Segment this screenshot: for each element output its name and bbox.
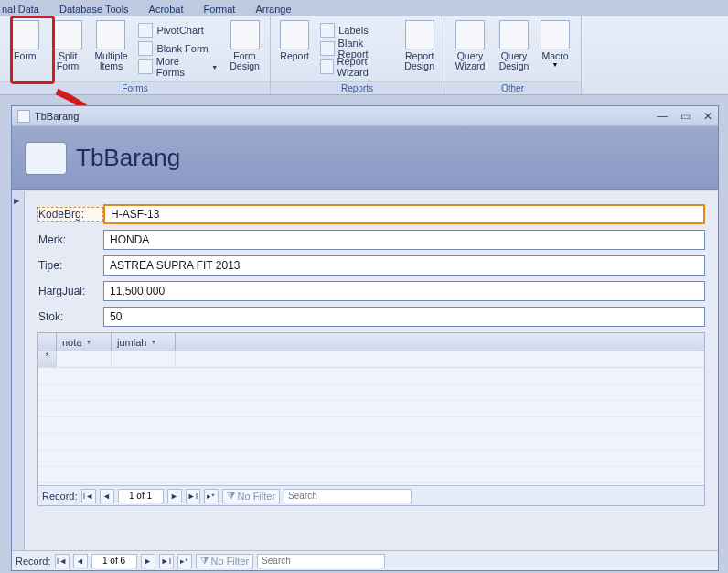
multiple-items-button[interactable]: Multiple Items	[89, 18, 133, 79]
nav-next-button[interactable]: ►	[141, 554, 155, 568]
input-merk[interactable]	[103, 230, 705, 250]
query-wizard-icon	[455, 20, 485, 49]
ribbon-group-forms: Form Split Form Multiple Items PivotChar…	[0, 16, 271, 94]
form-header-title: TbBarang	[76, 144, 180, 172]
row-selector[interactable]: *	[38, 351, 57, 367]
nav-first-button[interactable]: I◄	[81, 489, 96, 503]
nav-position[interactable]	[91, 554, 137, 568]
subform-record-nav: Record: I◄ ◄ ► ►I ▸* ⧩No Filter	[38, 485, 704, 505]
input-kodebrg[interactable]	[103, 204, 705, 224]
label-merk: Merk:	[37, 232, 103, 247]
nav-prev-button[interactable]: ◄	[100, 489, 114, 503]
form-button[interactable]: Form	[4, 18, 47, 79]
multiple-items-icon	[96, 20, 125, 49]
datasheet-body[interactable]: *	[38, 351, 704, 485]
nav-search[interactable]	[284, 489, 412, 503]
menu-database-tools[interactable]: Database Tools	[59, 4, 129, 15]
query-wizard-button[interactable]: Query Wizard	[448, 18, 492, 79]
report-wizard-button[interactable]: Report Wizard	[316, 58, 397, 76]
report-icon	[280, 20, 309, 49]
form-icon	[10, 20, 39, 49]
menu-format[interactable]: Format	[204, 4, 236, 15]
ribbon-group-label: Forms	[0, 81, 270, 94]
nav-search[interactable]	[257, 554, 385, 568]
query-design-icon	[499, 20, 529, 49]
label-tipe: Tipe:	[37, 258, 103, 273]
pivotchart-button[interactable]: PivotChart	[134, 21, 221, 39]
chevron-down-icon[interactable]: ▼	[85, 339, 91, 345]
field-merk: Merk:	[37, 230, 705, 250]
restore-button[interactable]: ▭	[680, 110, 691, 123]
ribbon-group-label: Reports	[271, 81, 444, 94]
ribbon-group-other: Query Wizard Query Design Macro▼ Other	[444, 16, 582, 94]
menu-external-data[interactable]: nal Data	[2, 4, 39, 15]
menu-acrobat[interactable]: Acrobat	[149, 4, 184, 15]
field-kodebrg: KodeBrg:	[37, 204, 705, 224]
nav-filter[interactable]: ⧩No Filter	[222, 489, 281, 503]
nav-new-button[interactable]: ▸*	[204, 489, 219, 503]
form-design-button[interactable]: Form Design	[223, 18, 266, 79]
nav-filter[interactable]: ⧩No Filter	[196, 554, 254, 568]
datasheet-header: nota▼ jumlah▼	[38, 333, 704, 351]
report-button[interactable]: Report	[274, 18, 315, 79]
report-design-button[interactable]: Report Design	[399, 18, 440, 79]
report-design-icon	[405, 20, 434, 49]
column-header-nota[interactable]: nota▼	[57, 333, 112, 351]
field-stok: Stok:	[37, 307, 705, 327]
select-all-cell[interactable]	[38, 333, 57, 351]
more-forms-button[interactable]: More Forms▼	[134, 58, 221, 76]
form-window: TbBarang — ▭ ✕ TbBarang ✥ KodeBrg: Merk:	[11, 105, 719, 571]
nav-first-button[interactable]: I◄	[55, 554, 70, 568]
field-hargjual: HargJual:	[37, 281, 705, 301]
record-selector[interactable]	[12, 191, 25, 550]
more-forms-icon	[138, 59, 152, 74]
field-tipe: Tipe:	[37, 255, 705, 276]
split-form-icon	[53, 20, 82, 49]
title-bar[interactable]: TbBarang — ▭ ✕	[12, 106, 718, 126]
tab-title: TbBarang	[35, 111, 657, 122]
nav-next-button[interactable]: ►	[167, 489, 182, 503]
subform-datasheet[interactable]: nota▼ jumlah▼ * Record: I◄ ◄	[37, 332, 705, 506]
form-fields: KodeBrg: Merk: Tipe: HargJual: Stok:	[25, 191, 718, 550]
menu-arrange[interactable]: Arrange	[255, 4, 291, 15]
nav-last-button[interactable]: ►I	[159, 554, 174, 568]
chevron-down-icon: ▼	[552, 61, 559, 68]
nav-prev-button[interactable]: ◄	[73, 554, 88, 568]
minimize-button[interactable]: —	[657, 110, 668, 123]
labels-icon	[320, 23, 335, 38]
cell-jumlah[interactable]	[112, 351, 176, 367]
label-hargjual: HargJual:	[37, 284, 103, 298]
nav-new-button[interactable]: ▸*	[177, 554, 192, 568]
form-header-icon	[25, 142, 67, 175]
split-form-button[interactable]: Split Form	[47, 18, 90, 79]
blank-report-icon	[320, 41, 334, 56]
query-design-button[interactable]: Query Design	[492, 18, 536, 79]
report-wizard-icon	[320, 59, 333, 74]
pivotchart-icon	[138, 23, 153, 38]
label-stok: Stok:	[37, 309, 103, 324]
macro-icon	[541, 20, 570, 49]
input-hargjual[interactable]	[103, 281, 705, 301]
column-header-jumlah[interactable]: jumlah▼	[112, 333, 176, 351]
input-stok[interactable]	[103, 307, 705, 327]
nav-position[interactable]	[118, 489, 164, 503]
cell-nota[interactable]	[57, 351, 112, 367]
filter-icon: ⧩	[227, 490, 235, 502]
labels-button[interactable]: Labels	[316, 21, 397, 39]
ribbon: Form Split Form Multiple Items PivotChar…	[0, 16, 728, 95]
input-tipe[interactable]	[103, 255, 705, 276]
ribbon-group-reports: Report Labels Blank Report Report Wizard…	[271, 16, 444, 94]
blank-report-button[interactable]: Blank Report	[316, 39, 397, 58]
mdi-area: TbBarang — ▭ ✕ TbBarang ✥ KodeBrg: Merk:	[9, 105, 723, 571]
new-record-row[interactable]: *	[38, 351, 704, 368]
form-header: TbBarang	[12, 126, 718, 190]
blank-form-button[interactable]: Blank Form	[134, 39, 221, 58]
close-button[interactable]: ✕	[703, 110, 712, 123]
macro-button[interactable]: Macro▼	[536, 18, 574, 79]
filter-icon: ⧩	[200, 555, 209, 567]
menu-bar: nal Data Database Tools Acrobat Format A…	[0, 0, 728, 16]
form-body: KodeBrg: Merk: Tipe: HargJual: Stok:	[12, 191, 718, 550]
form-design-icon	[230, 20, 260, 49]
nav-last-button[interactable]: ►I	[186, 489, 200, 503]
chevron-down-icon[interactable]: ▼	[150, 339, 156, 345]
